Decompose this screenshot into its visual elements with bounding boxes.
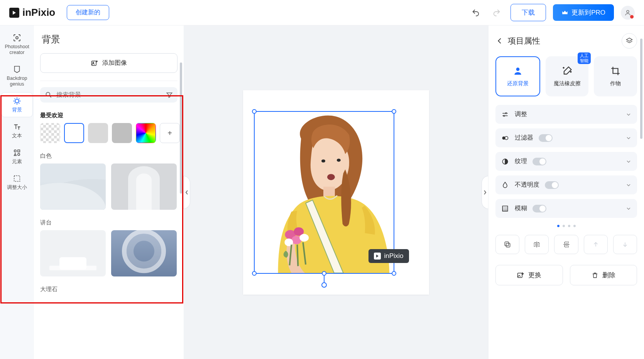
search-background[interactable] [40,87,177,103]
svg-point-8 [46,92,50,96]
swatch-gray[interactable] [112,123,132,143]
sidebar-item-text[interactable]: 文本 [2,118,32,143]
filter-icon[interactable] [166,91,173,98]
swatch-transparent[interactable] [40,123,60,143]
resize-handle-se[interactable] [392,271,396,276]
sidebar-item-backdrop-genius[interactable]: Backdrop genius [2,61,32,91]
add-image-button[interactable]: 添加图像 [40,53,177,73]
droplet-icon [501,181,509,189]
white-thumbs [40,163,177,210]
upgrade-label: 更新到PRO [571,8,605,17]
dot [573,225,576,227]
svg-point-17 [336,158,340,162]
section-popular: 最受欢迎 [40,112,177,119]
copy-icon [504,241,511,248]
watermark-icon [374,253,381,260]
back-arrow-icon[interactable] [495,37,504,45]
svg-point-3 [14,150,17,152]
svg-point-1 [16,37,18,39]
section-podium: 讲台 [40,219,177,226]
texture-toggle[interactable] [532,158,546,165]
contrast-icon [501,158,509,165]
accordion-blur[interactable]: 模糊 [495,199,637,218]
search-input[interactable] [56,91,162,98]
bg-thumb-ring[interactable] [111,230,177,276]
tool-tab-magic-eraser[interactable]: 人工 智能 魔法橡皮擦 [546,56,589,96]
sidebar-item-photoshoot-creator[interactable]: Photoshoot creator [2,29,32,59]
properties-panel: 项目属性 还原背景 人工 智能 魔法橡皮擦 [488,25,644,359]
dot [563,225,565,227]
replace-button[interactable]: 更换 [495,265,563,285]
resize-handle-sw[interactable] [252,271,257,276]
rotate-handle[interactable] [321,282,327,288]
undo-button[interactable] [469,6,483,20]
upgrade-pro-button[interactable]: 更新到PRO [553,4,614,21]
swatch-white[interactable] [64,123,84,143]
delete-button[interactable]: 删除 [570,265,637,285]
accordion-label: 纹理 [515,157,527,165]
layers-icon [625,37,633,45]
podium-thumbs [40,230,177,276]
duplicate-button[interactable] [495,235,519,254]
brand-logo: inPixio [9,7,55,19]
tool-tab-restore-bg[interactable]: 还原背景 [495,56,540,96]
artboard[interactable]: inPixio [243,90,429,295]
flip-v-button[interactable] [554,235,578,254]
section-white: 白色 [40,152,177,160]
download-button[interactable]: 下载 [510,4,546,21]
trash-icon [592,271,598,279]
bring-forward-button[interactable] [584,235,608,254]
canvas-subject[interactable] [255,112,394,273]
user-avatar[interactable] [621,6,635,20]
bg-thumb-podium[interactable] [40,230,106,276]
svg-rect-6 [92,61,96,66]
bg-thumb-dunes[interactable] [40,163,106,210]
accordion-filter[interactable]: 过滤器 [495,128,637,147]
text-icon [12,122,22,131]
collapse-left-panel[interactable] [183,176,190,209]
brand-name: inPixio [22,7,55,19]
bg-thumb-hallway[interactable] [111,163,177,210]
sidebar-item-background[interactable]: 背景 [2,93,32,117]
svg-point-0 [627,10,629,13]
svg-rect-4 [18,150,20,152]
tool-tab-crop[interactable]: 作物 [594,56,637,96]
sliders-icon [501,111,509,118]
send-backward-button[interactable] [613,235,637,254]
resize-handle-ne[interactable] [392,109,396,114]
accordion-texture[interactable]: 纹理 [495,152,637,171]
flip-h-button[interactable] [525,235,549,254]
redo-button[interactable] [490,6,504,20]
layers-button[interactable] [622,33,637,49]
selection-frame[interactable]: inPixio [254,111,394,274]
create-new-button[interactable]: 创建新的 [67,5,109,20]
ai-badge: 人工 智能 [578,52,591,64]
collapse-right-panel[interactable] [482,176,488,209]
swatch-light-gray[interactable] [88,123,108,143]
top-bar: inPixio 创建新的 下载 更新到PRO [0,0,644,25]
sidebar-item-label: 调整大小 [7,185,27,190]
resize-handle-nw[interactable] [252,109,257,114]
right-panel-scrollbar[interactable] [640,39,642,139]
swatch-color-picker[interactable] [136,123,156,143]
left-panel-scrollbar[interactable] [180,62,182,194]
sidebar-item-elements[interactable]: 元素 [2,144,32,169]
svg-rect-5 [14,176,20,182]
search-icon [45,91,52,99]
blur-toggle[interactable] [532,205,546,212]
pagination-dots [495,225,637,227]
swatch-add[interactable]: + [160,123,180,143]
accordion-label: 模糊 [515,204,527,212]
sidebar-item-resize[interactable]: 调整大小 [2,170,32,194]
accordion-opacity[interactable]: 不透明度 [495,175,637,194]
accordion-label: 不透明度 [515,181,539,189]
svg-point-16 [321,159,325,162]
svg-point-18 [516,67,519,71]
backdrop-icon [12,65,22,74]
logo-icon [9,8,19,18]
accordion-adjust[interactable]: 调整 [495,105,637,124]
main-layout: Photoshoot creator Backdrop genius 背景 文本… [0,25,644,359]
filter-toggle[interactable] [539,134,553,142]
svg-point-20 [504,115,505,116]
opacity-toggle[interactable] [545,181,559,189]
